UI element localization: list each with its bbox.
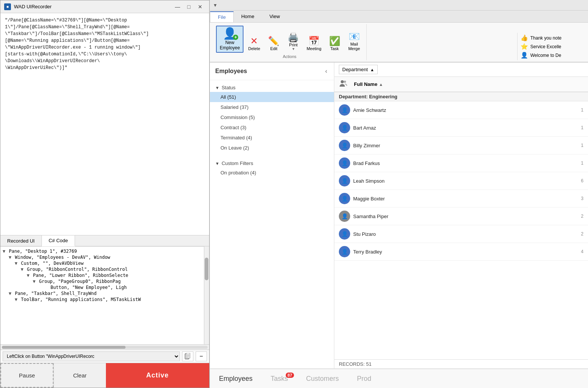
- employee-row[interactable]: 👤 Samantha Piper 2: [334, 208, 588, 225]
- tree-item[interactable]: Button, "New Employee", Ligh: [3, 284, 202, 290]
- employee-number: 1: [572, 160, 583, 166]
- dept-engineering-header: Department: Engineering: [334, 92, 588, 101]
- recent-item-3[interactable]: 👤 Welcome to De: [521, 52, 582, 59]
- custom-filters-section: ▼ Custom Filters On probation (4): [210, 156, 334, 181]
- nav-tab-employees[interactable]: Employees: [210, 370, 262, 387]
- person-icon: 👤: [521, 52, 528, 59]
- tree-item[interactable]: ▼ Pane, "Lower Ribbon", RibbonSelecte: [3, 272, 202, 278]
- tree-item[interactable]: ▼ Window, "Employees - DevAV", Window: [3, 254, 202, 260]
- task-icon: ✅: [329, 37, 340, 46]
- quick-access-dropdown-icon[interactable]: ▼: [213, 3, 217, 8]
- nav-employees-label: Employees: [219, 375, 253, 382]
- wad-recorder-panel: ■ WAD UIRecorder — □ ✕ "/Pane[@ClassName…: [0, 0, 210, 388]
- pause-button[interactable]: Pause: [0, 363, 54, 388]
- tree-horizontal-scrollbar[interactable]: [0, 344, 209, 350]
- custom-filters-label: Custom Filters: [222, 160, 253, 166]
- tree-item-text: Custom, "", DevAVDbView: [21, 261, 83, 266]
- action-dropdown[interactable]: LeftClick on Button "WinAppDriverUIRecor…: [3, 351, 180, 361]
- delete-button[interactable]: ✕ Delete: [245, 35, 263, 53]
- quick-access-toolbar: ▼: [210, 0, 588, 11]
- avatar: 👤: [339, 157, 350, 169]
- status-section-header[interactable]: ▼ Status: [210, 83, 334, 92]
- employee-list: Department: Engineering 👤 Arnie Schwartz…: [334, 92, 588, 359]
- filter-salaried[interactable]: Salaried (37): [210, 102, 334, 112]
- tree-arrow-icon: ▼: [15, 261, 17, 266]
- sidebar-collapse-button[interactable]: ‹: [324, 66, 329, 76]
- tree-item[interactable]: ▼ Group, "PageGroup0", RibbonPag: [3, 278, 202, 284]
- sort-icon[interactable]: ▲: [379, 82, 383, 87]
- wad-tree-wrapper: ▼ Pane, "Desktop 1", #32769 ▼ Window, "E…: [0, 246, 209, 344]
- tree-item[interactable]: ▼ ToolBar, "Running applications", MSTas…: [3, 296, 202, 302]
- filter-contract[interactable]: Contract (3): [210, 122, 334, 133]
- employee-row[interactable]: 👤 Brad Farkus 1: [334, 154, 588, 172]
- scrollbar-thumb[interactable]: [205, 258, 208, 280]
- task-label: Task: [330, 46, 339, 51]
- tree-arrow-icon: ▼: [33, 279, 35, 284]
- tree-item[interactable]: ▼ Group, "RibbonControl", RibbonControl: [3, 266, 202, 272]
- ribbon-content: 👤 + NewEmployee ✕ Delete ✏️ Edit: [210, 23, 588, 62]
- new-employee-icon: 👤 +: [223, 28, 237, 39]
- active-button[interactable]: Active: [106, 363, 210, 388]
- filter-on-probation[interactable]: On probation (4): [210, 168, 334, 178]
- ribbon: File Home View 👤 + NewEmployee: [210, 11, 588, 63]
- department-dropdown[interactable]: Department ▲: [339, 65, 378, 74]
- nav-tab-prod[interactable]: Prod: [348, 370, 380, 387]
- edit-button[interactable]: ✏️ Edit: [265, 35, 283, 53]
- filter-terminated[interactable]: Terminated (4): [210, 133, 334, 143]
- new-employee-button[interactable]: 👤 + NewEmployee: [216, 26, 243, 53]
- tasks-badge: 87: [286, 373, 294, 378]
- print-button[interactable]: 🖨️ Print ▼: [284, 31, 302, 53]
- employee-number: 4: [572, 249, 583, 254]
- tab-recorded-ui[interactable]: Recorded UI: [0, 235, 42, 246]
- employee-row[interactable]: 👤 Bart Arnaz 1: [334, 119, 588, 137]
- recent-item-1[interactable]: 👍 Thank you note: [521, 34, 582, 41]
- clear-button[interactable]: Clear: [54, 363, 106, 388]
- filter-all[interactable]: All (51): [210, 92, 334, 102]
- ribbon-buttons-row: 👤 + NewEmployee ✕ Delete ✏️ Edit: [216, 26, 363, 53]
- employee-row[interactable]: 👤 Leah Simpson 6: [334, 172, 588, 190]
- employee-number: 1: [572, 125, 583, 130]
- employee-name: Terry Bradley: [353, 249, 569, 255]
- tree-item[interactable]: ▼ Custom, "", DevAVDbView: [3, 260, 202, 266]
- full-name-col-header: Full Name ▲: [354, 81, 583, 87]
- tab-home[interactable]: Home: [234, 11, 262, 22]
- wad-title-area: ■ WAD UIRecorder: [4, 3, 52, 10]
- filter-commission[interactable]: Commission (5): [210, 112, 334, 122]
- nav-tab-customers[interactable]: Customers: [297, 370, 348, 387]
- recent-item-3-label: Welcome to De: [530, 53, 561, 58]
- document-icon: [185, 353, 191, 360]
- copy-action-button[interactable]: [182, 351, 193, 361]
- filter-on-leave[interactable]: On Leave (2): [210, 143, 334, 153]
- close-button[interactable]: ✕: [195, 3, 205, 11]
- employee-number: 1: [572, 107, 583, 113]
- task-button[interactable]: ✅ Task: [326, 35, 344, 53]
- tree-scrollbar[interactable]: [204, 246, 209, 344]
- svg-point-6: [344, 81, 346, 83]
- nav-customers-label: Customers: [306, 375, 339, 382]
- employee-row[interactable]: 👤 Stu Pizaro 2: [334, 225, 588, 243]
- tab-file[interactable]: File: [210, 11, 234, 22]
- recent-item-2[interactable]: ⭐ Service Excelle: [521, 43, 582, 50]
- nav-tab-tasks[interactable]: Tasks 87: [262, 370, 297, 387]
- mail-merge-label: MailMerge: [348, 42, 360, 51]
- employee-row[interactable]: 👤 Maggie Boxter 3: [334, 190, 588, 208]
- wad-code-text: "/Pane[@ClassName=\"#32769\"][@Name=\"De…: [5, 18, 149, 70]
- employee-row[interactable]: 👤 Billy Zimmer 1: [334, 137, 588, 154]
- tab-view[interactable]: View: [262, 11, 288, 22]
- tree-arrow-icon: ▼: [21, 267, 23, 272]
- employee-row[interactable]: 👤 Terry Bradley 4: [334, 243, 588, 261]
- tree-item[interactable]: ▼ Pane, "Desktop 1", #32769: [3, 248, 202, 254]
- tree-item[interactable]: ▼ Pane, "Taskbar", Shell_TrayWnd: [3, 290, 202, 296]
- mail-merge-button[interactable]: 📧 MailMerge: [345, 30, 363, 53]
- minimize-button[interactable]: —: [172, 3, 183, 11]
- custom-filters-header[interactable]: ▼ Custom Filters: [210, 159, 334, 168]
- meeting-button[interactable]: 📅 Meeting: [304, 35, 324, 53]
- employee-row[interactable]: 👤 Arnie Schwartz 1: [334, 101, 588, 119]
- main-content: Employees ‹ ▼ Status All (51) Salaried (…: [210, 63, 588, 368]
- ribbon-actions-group: 👤 + NewEmployee ✕ Delete ✏️ Edit: [213, 24, 367, 60]
- employee-name: Brad Farkus: [353, 160, 569, 166]
- maximize-button[interactable]: □: [184, 3, 194, 11]
- collapse-action-button[interactable]: −: [196, 351, 207, 361]
- department-dropdown-arrow-icon: ▲: [370, 67, 374, 72]
- tab-csharp-code[interactable]: C# Code: [42, 235, 75, 246]
